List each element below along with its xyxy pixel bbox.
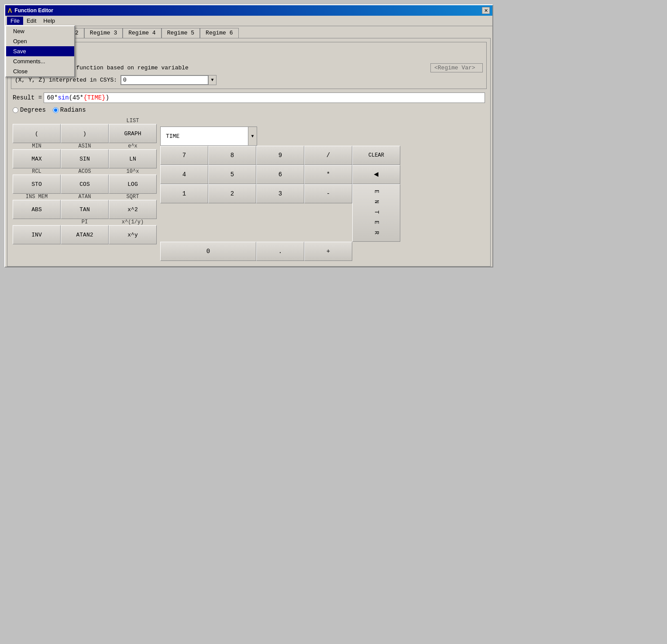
num-5[interactable]: 5: [208, 165, 256, 184]
menu-file-save[interactable]: Save: [6, 46, 74, 56]
time-dropdown-row: TIME ▼: [160, 127, 400, 146]
time-dropdown-arrow[interactable]: ▼: [248, 127, 257, 145]
regime-info-row: Piecewise defined function based on regi…: [15, 62, 483, 73]
right-section: TIME ▼ 7 8 9 / CLEAR 4 5: [160, 118, 400, 261]
close-paren-btn[interactable]: ): [61, 124, 109, 143]
row1-labels: MIN ASIN e^x: [13, 143, 157, 149]
numpad-row3: 1 2 3 -: [160, 184, 352, 242]
close-button[interactable]: ✕: [482, 7, 490, 14]
result-black: 60*: [47, 94, 58, 101]
menu-help[interactable]: Help: [40, 17, 58, 25]
open-paren-btn[interactable]: (: [13, 124, 61, 143]
menu-file-new[interactable]: New: [6, 26, 74, 36]
num-0[interactable]: 0: [160, 242, 256, 261]
backspace-icon: ◄: [374, 170, 379, 179]
inv-btn[interactable]: INV: [13, 225, 61, 244]
numpad-row2: 4 5 6 * ◄: [160, 165, 400, 184]
tab-regime6[interactable]: Regime 6: [200, 28, 238, 38]
regime-var-field[interactable]: <Regime Var>: [430, 63, 483, 72]
info-label: Information: [15, 54, 483, 61]
num-2[interactable]: 2: [208, 184, 256, 203]
xy-btn[interactable]: x^y: [109, 225, 157, 244]
calc-header-labels: LIST: [13, 118, 157, 124]
radians-radio[interactable]: [53, 107, 58, 113]
tab-regime5[interactable]: Regime 5: [162, 28, 200, 38]
num-divide[interactable]: /: [304, 146, 352, 165]
type-label: Type: [15, 46, 483, 52]
row4-labels: PI x^(1/y): [13, 219, 157, 225]
atan2-btn[interactable]: ATAN2: [61, 225, 109, 244]
menu-file[interactable]: File: [7, 17, 23, 25]
menu-file-comments[interactable]: Comments...: [6, 56, 74, 66]
num-dot[interactable]: .: [256, 242, 304, 261]
num-7[interactable]: 7: [160, 146, 208, 165]
csys-dropdown-arrow[interactable]: ▼: [208, 75, 216, 85]
num-3[interactable]: 3: [256, 184, 304, 203]
radians-label: Radians: [60, 106, 86, 113]
num-minus[interactable]: -: [304, 184, 352, 203]
backspace-btn[interactable]: ◄: [352, 165, 400, 184]
time-select-container: TIME ▼: [160, 127, 257, 146]
tan-btn[interactable]: TAN: [61, 200, 109, 219]
radians-radio-group: Radians: [53, 106, 86, 113]
max-btn[interactable]: MAX: [13, 149, 61, 168]
csys-select[interactable]: 0: [121, 75, 208, 85]
abs-tan-xsq-row: ABS TAN x^2: [13, 200, 157, 219]
menu-file-open[interactable]: Open: [6, 36, 74, 46]
max-sin-ln-row: MAX SIN LN: [13, 149, 157, 168]
main-content: Type Information Piecewise defined funct…: [7, 38, 491, 267]
result-paren: (45*: [69, 94, 84, 101]
num-9[interactable]: 9: [256, 146, 304, 165]
sto-btn[interactable]: STO: [13, 175, 61, 194]
numpad-row3-with-enter: 1 2 3 - E N T E R: [160, 184, 400, 242]
app-icon: Λ: [8, 7, 12, 14]
result-input[interactable]: 60*sin(45*{TIME}): [44, 92, 485, 103]
numpad-row4: 0 . +: [160, 242, 400, 261]
graph-btn[interactable]: GRAPH: [109, 124, 157, 143]
row3-labels: INS MEM ATAN SQRT: [13, 194, 157, 200]
result-blue: sin: [58, 94, 69, 101]
num-plus[interactable]: +: [304, 242, 352, 261]
degrees-radio[interactable]: [13, 107, 18, 113]
result-label: Result =: [13, 94, 42, 101]
ln-btn[interactable]: LN: [109, 149, 157, 168]
list-label: LIST: [109, 118, 157, 124]
tab-regime4[interactable]: Regime 4: [123, 28, 161, 38]
sto-cos-log-row: STO COS LOG: [13, 175, 157, 194]
title-bar: Λ Function Editor ✕: [5, 5, 492, 16]
menu-edit[interactable]: Edit: [23, 17, 40, 25]
calculator-section: LIST ( ) GRAPH MIN ASIN e^x: [11, 116, 487, 263]
num-6[interactable]: 6: [256, 165, 304, 184]
angle-mode-row: Degrees Radians: [13, 106, 485, 113]
result-row: Result = 60*sin(45*{TIME}): [13, 92, 485, 103]
file-dropdown-menu: New Open Save Comments... Close: [5, 25, 75, 77]
result-close: ): [106, 94, 109, 101]
type-section: Type Information Piecewise defined funct…: [11, 42, 487, 89]
paren-graph-row: ( ) GRAPH: [13, 124, 157, 143]
abs-btn[interactable]: ABS: [13, 200, 61, 219]
result-red: {TIME}: [83, 94, 105, 101]
log-btn[interactable]: LOG: [109, 175, 157, 194]
csys-row: (X, Y, Z) interpreted in CSYS: 0 ▼: [15, 75, 483, 85]
xsq-btn[interactable]: x^2: [109, 200, 157, 219]
cos-btn[interactable]: COS: [61, 175, 109, 194]
row2-labels: RCL ACOS 10^x: [13, 168, 157, 175]
regime-tabs: Regime 1 Regime 2 Regime 3 Regime 4 Regi…: [5, 26, 492, 38]
inv-atan2-xy-row: INV ATAN2 x^y: [13, 225, 157, 244]
sin-btn[interactable]: SIN: [61, 149, 109, 168]
num-8[interactable]: 8: [208, 146, 256, 165]
time-select[interactable]: TIME: [161, 127, 248, 145]
enter-btn[interactable]: E N T E R: [352, 184, 400, 242]
num-4[interactable]: 4: [160, 165, 208, 184]
num-multiply[interactable]: *: [304, 165, 352, 184]
num-1[interactable]: 1: [160, 184, 208, 203]
menu-bar: File Edit Help New Open Save Comments...…: [5, 16, 492, 26]
tab-regime3[interactable]: Regime 3: [84, 28, 123, 38]
function-editor-window: Λ Function Editor ✕ File Edit Help New O…: [4, 4, 493, 267]
numpad-row1: 7 8 9 / CLEAR: [160, 146, 400, 165]
title-bar-left: Λ Function Editor: [8, 7, 53, 14]
menu-file-close[interactable]: Close: [6, 66, 74, 76]
csys-select-container: 0 ▼: [120, 75, 217, 85]
calc-top-row: LIST ( ) GRAPH MIN ASIN e^x: [13, 118, 485, 261]
clear-btn[interactable]: CLEAR: [352, 146, 400, 165]
